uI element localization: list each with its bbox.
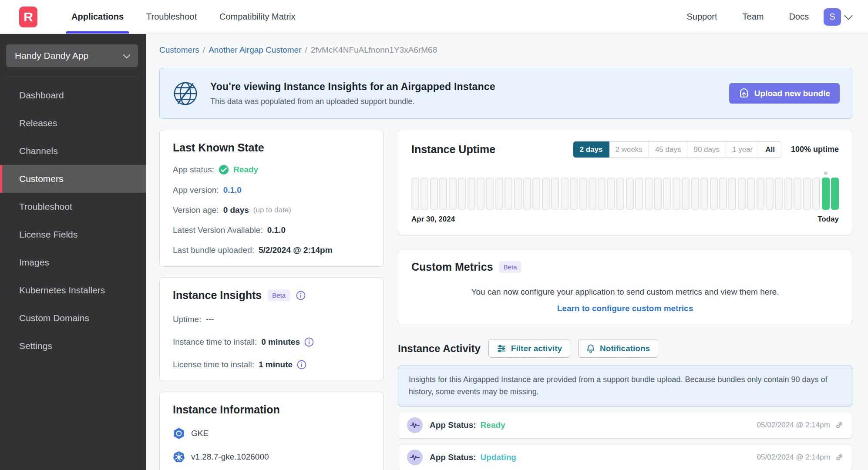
uptime-bar[interactable] (663, 178, 671, 210)
uptime-bar[interactable] (468, 178, 475, 210)
uptime-bar[interactable] (505, 178, 512, 210)
uptime-bar[interactable] (682, 178, 690, 210)
chevron-down-icon[interactable] (844, 11, 853, 20)
uptime-bar[interactable] (719, 178, 727, 210)
sidebar-item-license-fields[interactable]: License Fields (0, 221, 146, 248)
link-icon[interactable] (835, 453, 843, 461)
activity-status-value: Updating (481, 453, 516, 462)
uptime-bar[interactable] (728, 178, 736, 210)
uptime-bar[interactable] (691, 178, 699, 210)
breadcrumb-customers[interactable]: Customers (159, 45, 199, 55)
uptime-bar[interactable] (411, 178, 419, 210)
uptime-bar[interactable] (812, 178, 820, 210)
app-version-link[interactable]: 0.1.0 (223, 185, 242, 195)
uptime-bar[interactable] (673, 178, 680, 210)
range-1-year[interactable]: 1 year (726, 141, 759, 158)
sidebar-item-troubleshoot[interactable]: Troubleshoot (0, 193, 146, 221)
range-90-days[interactable]: 90 days (687, 141, 726, 158)
configure-custom-metrics-link[interactable]: Learn to configure custom metrics (411, 304, 839, 313)
uptime-bar[interactable] (561, 178, 569, 210)
content-columns: Last Known State App status: Ready App v… (159, 130, 852, 470)
activity-row[interactable]: App Status: Updating 05/02/2024 @ 2:14pm (398, 444, 852, 470)
uptime-bar[interactable] (710, 178, 718, 210)
breadcrumb: Customers / Another Airgap Customer / 2f… (159, 45, 852, 55)
uptime-bar[interactable] (607, 178, 615, 210)
uptime-bar[interactable] (486, 178, 494, 210)
activity-pulse-icon (407, 417, 423, 433)
k8s-version-value: v1.28.7-gke.1026000 (191, 452, 269, 462)
tab-troubleshoot[interactable]: Troubleshoot (135, 0, 208, 34)
uptime-bar[interactable] (523, 178, 531, 210)
sidebar-item-label: Dashboard (19, 90, 64, 101)
uptime-bar[interactable] (794, 178, 801, 210)
custom-metrics-description: You can now configure your application t… (411, 287, 839, 297)
sidebar-item-releases[interactable]: Releases (0, 109, 146, 137)
sidebar-item-kubernetes-installers[interactable]: Kubernetes Installers (0, 276, 146, 304)
uptime-bar[interactable] (579, 178, 587, 210)
uptime-bar[interactable] (626, 178, 634, 210)
uptime-bar[interactable] (542, 178, 550, 210)
breadcrumb-customer-name[interactable]: Another Airgap Customer (209, 45, 301, 55)
uptime-bar[interactable] (822, 178, 830, 210)
uptime-bar[interactable] (645, 178, 653, 210)
info-icon[interactable] (304, 337, 314, 347)
uptime-bar[interactable] (439, 178, 447, 210)
avatar[interactable]: S (824, 8, 841, 26)
sidebar-item-custom-domains[interactable]: Custom Domains (0, 304, 146, 332)
row-value: 0.1.0 (267, 225, 286, 235)
uptime-bar[interactable] (700, 178, 708, 210)
section-title: Instance Activity (398, 342, 481, 355)
range-2-weeks[interactable]: 2 weeks (609, 141, 649, 158)
upload-new-bundle-button[interactable]: Upload new bundle (729, 83, 840, 104)
tab-label: Compatibility Matrix (219, 12, 295, 22)
range-2-days[interactable]: 2 days (573, 141, 609, 158)
uptime-bar[interactable] (551, 178, 559, 210)
uptime-bar[interactable] (477, 178, 484, 210)
uptime-bar[interactable] (430, 178, 438, 210)
activity-info-alert: Insights for this Airgapped Instance are… (398, 366, 852, 406)
activity-row[interactable]: App Status: Ready 05/02/2024 @ 2:14pm (398, 412, 852, 439)
tab-compatibility-matrix[interactable]: Compatibility Matrix (208, 0, 306, 34)
uptime-bar[interactable] (803, 178, 811, 210)
uptime-bar[interactable] (421, 178, 428, 210)
uptime-bar[interactable] (831, 178, 839, 210)
tab-applications[interactable]: Applications (60, 0, 135, 34)
info-icon[interactable] (296, 291, 306, 300)
uptime-bar[interactable] (532, 178, 540, 210)
secondary-links: Support Team Docs (686, 12, 809, 22)
uptime-bar[interactable] (766, 178, 774, 210)
replicated-logo[interactable]: R (19, 7, 37, 27)
info-icon[interactable] (297, 360, 306, 369)
app-selector-label: Handy Dandy App (15, 50, 88, 61)
uptime-bar[interactable] (616, 178, 624, 210)
license-install-row: License time to install: 1 minute (173, 360, 370, 369)
uptime-bar[interactable] (598, 178, 606, 210)
link-icon[interactable] (835, 421, 843, 429)
uptime-bar[interactable] (747, 178, 755, 210)
uptime-bar[interactable] (458, 178, 466, 210)
sidebar-item-customers[interactable]: Customers (0, 165, 146, 193)
uptime-bar[interactable] (635, 178, 643, 210)
sidebar-item-dashboard[interactable]: Dashboard (0, 81, 146, 109)
sidebar-item-images[interactable]: Images (0, 248, 146, 276)
uptime-bar[interactable] (757, 178, 764, 210)
filter-activity-button[interactable]: Filter activity (488, 339, 570, 358)
uptime-bar[interactable] (654, 178, 662, 210)
sidebar-item-channels[interactable]: Channels (0, 137, 146, 165)
uptime-bar[interactable] (589, 178, 596, 210)
app-selector[interactable]: Handy Dandy App (6, 44, 138, 67)
uptime-bar[interactable] (449, 178, 457, 210)
link-team[interactable]: Team (743, 12, 764, 22)
uptime-bar[interactable] (514, 178, 522, 210)
link-docs[interactable]: Docs (789, 12, 809, 22)
uptime-bar[interactable] (784, 178, 792, 210)
uptime-bar[interactable] (495, 178, 503, 210)
range-all[interactable]: All (759, 141, 781, 158)
range-45-days[interactable]: 45 days (649, 141, 688, 158)
sidebar-item-settings[interactable]: Settings (0, 332, 146, 360)
notifications-button[interactable]: Notifications (578, 339, 658, 358)
link-support[interactable]: Support (686, 12, 717, 22)
uptime-bar[interactable] (738, 178, 746, 210)
uptime-bar[interactable] (570, 178, 578, 210)
uptime-bar[interactable] (775, 178, 783, 210)
